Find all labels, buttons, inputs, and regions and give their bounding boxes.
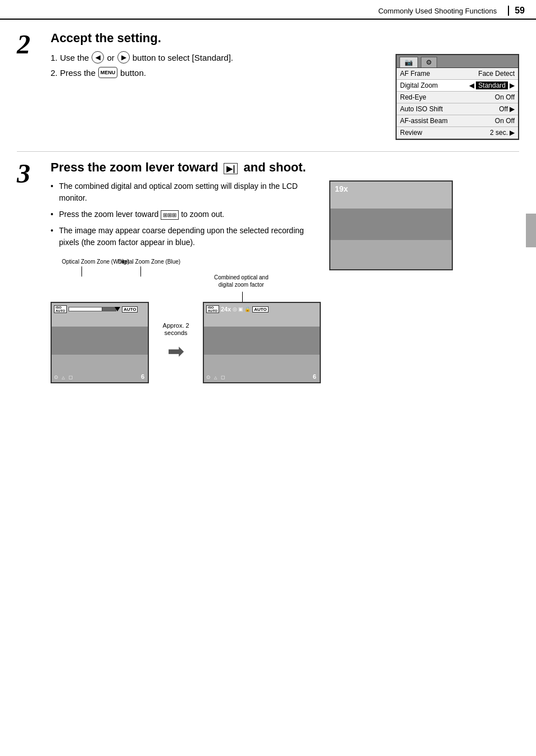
row-label-rev: Review (400, 129, 422, 137)
step-3-section: 3 Press the zoom lever toward ▶| and sho… (17, 152, 519, 395)
instr2-suffix: button. (120, 68, 146, 78)
instr1-or: or (107, 53, 114, 62)
bottom-icon-left: ⊙ (54, 374, 58, 380)
approx-label: Approx. 2 seconds (155, 322, 197, 337)
zoom-indicator-left (115, 307, 120, 311)
mid-left (52, 327, 148, 354)
zoom-diagram-right: ISOAUTO 24x ◎ ▣ 🔒 AUTO (203, 302, 321, 383)
bullet-3: The image may appear coarse depending up… (51, 225, 321, 248)
bottom-icon-right: ⊙ (206, 374, 211, 380)
instruction-2: 2. Press the MENU button. (51, 67, 384, 78)
step-2-text: 1. Use the ◀ or ▶ button to select [Stan… (51, 51, 384, 140)
page-num-left: 6 (141, 373, 144, 380)
zoom-labels: Optical Zoom Zone (White) Digital Zoom Z… (51, 277, 321, 299)
combined-line (242, 292, 243, 302)
menu-button-icon: MENU (98, 67, 117, 78)
instr1-suffix: button to select [Standard]. (133, 53, 233, 62)
menu-row-red-eye: Red-Eye On Off (397, 92, 518, 103)
zoom-lever-icon: ▶| (224, 163, 238, 174)
step-2-number: 2 (17, 31, 45, 140)
zoom-left-topbar: ISOAUTO AUTO (54, 305, 146, 313)
bullet-1: The combined digital and optical zoom se… (51, 180, 321, 204)
row-label-af: AF Frame (400, 70, 430, 78)
menu-row-review: Review 2 sec. ▶ (397, 127, 518, 139)
page-number: 59 (515, 6, 525, 16)
row-value-afb: On Off (495, 117, 515, 125)
mid-right (204, 327, 320, 354)
zoom-24x-label: 24x (221, 306, 231, 313)
row-value-rev-cell: 2 sec. ▶ (490, 129, 515, 137)
step3-title-main: Press the zoom lever toward (51, 160, 218, 174)
sand-preview (330, 240, 453, 270)
row-value-rev: 2 sec. (490, 129, 508, 137)
zoom-diagram-right-wrapper: Combined optical and digital zoom factor (203, 302, 321, 383)
zoom-bar-container-left (69, 307, 120, 311)
iso-badge-left: ISOAUTO (54, 305, 67, 313)
zoom-right-topbar: ISOAUTO 24x ◎ ▣ 🔒 AUTO (206, 305, 317, 313)
row-label-iso: Auto ISO Shift (400, 105, 443, 113)
instr1-prefix: 1. Use the (51, 53, 89, 62)
rec-icon-right: △ (214, 375, 217, 380)
camera-tab-settings: ⚙ (421, 57, 437, 67)
step3-left: The combined digital and optical zoom se… (51, 180, 321, 383)
zoom-diagrams-row: ISOAUTO AUTO ⊙ (51, 302, 321, 383)
menu-row-af-frame: AF Frame Face Detect (397, 68, 518, 80)
row-value-af: Face Detect (478, 70, 515, 78)
timer-icon-right: ◎ (233, 306, 237, 312)
instruction-1: 1. Use the ◀ or ▶ button to select [Stan… (51, 51, 384, 64)
camera-tab-camera: 📷 (399, 57, 418, 67)
header-title: Commonly Used Shooting Functions (378, 7, 497, 15)
row-value-dz: Standard (476, 82, 508, 89)
iso-right-arrow: ▶ (510, 105, 515, 113)
combined-label-line2: digital zoom factor (219, 282, 264, 288)
camera-menu: 📷 ⚙ AF Frame Face Detect Digital Zoom ◀ … (396, 54, 519, 140)
frame-icon-left: ◻ (69, 374, 72, 380)
combined-label: Combined optical and digital zoom factor (214, 274, 269, 288)
dz-left-arrow: ◀ (469, 82, 474, 89)
row-value-dz-cell: ◀ Standard ▶ (469, 82, 515, 89)
scene-beach-right (204, 303, 320, 382)
zoom-out-icon: ⊞⊞⊞ (161, 210, 179, 220)
menu-row-af-assist: AF-assist Beam On Off (397, 115, 518, 127)
rec-icon-left: △ (62, 375, 65, 380)
right-arrow-btn: ▶ (117, 51, 130, 64)
digital-zone-label: Digital Zoom Zone (Blue) (118, 259, 180, 265)
rev-right-arrow: ▶ (510, 129, 515, 137)
mid-preview (330, 209, 453, 240)
iso-badge-right: ISOAUTO (206, 305, 219, 313)
auto-badge-right: AUTO (252, 306, 269, 313)
auto-badge-left: AUTO (122, 306, 138, 313)
page-content: 2 Accept the setting. 1. Use the ◀ or ▶ … (0, 20, 536, 411)
dz-right-arrow: ▶ (510, 82, 515, 89)
step-2-content: 1. Use the ◀ or ▶ button to select [Stan… (51, 51, 519, 140)
sand-left (52, 355, 148, 382)
menu-row-auto-iso: Auto ISO Shift Off ▶ (397, 103, 518, 115)
scene-beach-preview (330, 182, 453, 270)
frame-icon-right: ◻ (221, 374, 225, 380)
zoom-diagrams-wrapper: Optical Zoom Zone (White) Digital Zoom Z… (51, 277, 321, 383)
bullet-2-prefix: Press the zoom lever toward (59, 210, 161, 219)
instr2-prefix: 2. Press the (51, 68, 96, 78)
step3-bullet-list: The combined digital and optical zoom se… (51, 180, 321, 248)
right-arrow-icon: ➡ (167, 339, 184, 363)
bullet-1-text: The combined digital and optical zoom se… (59, 182, 298, 202)
optical-line (81, 266, 82, 277)
lock-icon-right: 🔒 (244, 306, 251, 312)
row-label-dz: Digital Zoom (400, 82, 438, 89)
row-label-re: Red-Eye (400, 93, 426, 101)
page-tab (526, 214, 536, 247)
header-divider (508, 6, 509, 16)
step-2-title: Accept the setting. (51, 31, 519, 46)
step3-title-suffix: and shoot. (244, 160, 306, 174)
digital-line (140, 266, 141, 277)
right-icons-row: ◎ ▣ 🔒 (233, 306, 251, 312)
bullet-3-text: The image may appear coarse depending up… (59, 226, 304, 247)
camera-menu-tabs: 📷 ⚙ (397, 55, 518, 68)
bullet-2-suffix: to zoom out. (181, 210, 224, 219)
step-3-number: 3 (17, 160, 45, 383)
scene-beach-left (52, 303, 148, 382)
row-label-afb: AF-assist Beam (400, 117, 448, 125)
arrow-diagram: Approx. 2 seconds ➡ (155, 322, 197, 363)
combined-label-line1: Combined optical and (214, 274, 269, 280)
menu-row-digital-zoom: Digital Zoom ◀ Standard ▶ (397, 80, 518, 92)
